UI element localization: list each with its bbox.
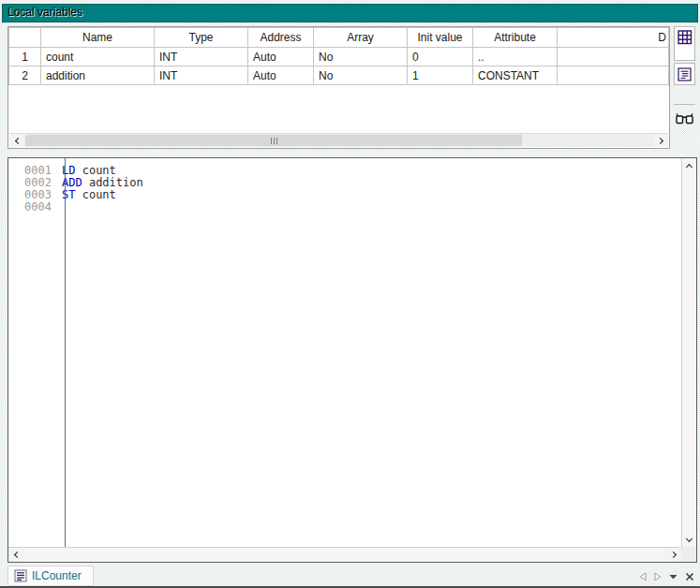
col-header-type[interactable]: Type: [155, 28, 248, 48]
attribute-cell[interactable]: ..: [473, 48, 558, 66]
code-line: 0004: [8, 201, 681, 213]
scrollbar-corner: [681, 547, 696, 562]
tab-navigation: [639, 568, 694, 585]
il-code-editor: 0001 LD count 0002 ADD addition 0003 ST …: [7, 157, 697, 563]
chevron-up-icon: [686, 163, 693, 169]
toolbar-divider: [674, 104, 695, 105]
local-variables-table: Name Type Address Array Init value Attri…: [8, 27, 669, 85]
description-cell[interactable]: [558, 66, 669, 85]
col-header-rownum[interactable]: [9, 28, 41, 48]
editor-horizontal-scrollbar[interactable]: [8, 547, 681, 562]
code-line: 0003 ST count: [8, 189, 681, 201]
document-view-button[interactable]: [674, 63, 695, 85]
close-icon: [685, 572, 694, 581]
operand: addition: [82, 176, 143, 189]
col-header-description-clipped[interactable]: D: [558, 28, 669, 48]
editor-text-area[interactable]: 0001 LD count 0002 ADD addition 0003 ST …: [8, 158, 681, 547]
code-text[interactable]: [58, 201, 62, 213]
name-cell[interactable]: addition: [41, 66, 155, 85]
chevron-left-icon: [14, 137, 21, 143]
init-value-cell[interactable]: 1: [408, 66, 473, 85]
table-row: 2 addition INT Auto No 1 CONSTANT: [9, 66, 669, 85]
type-cell[interactable]: INT: [155, 48, 248, 66]
prev-tab-button[interactable]: [639, 572, 647, 581]
scrollbar-thumb[interactable]: [25, 135, 522, 146]
scroll-down-button[interactable]: [682, 533, 696, 547]
description-cell[interactable]: [558, 48, 669, 66]
attribute-cell[interactable]: CONSTANT: [473, 66, 558, 85]
array-cell[interactable]: No: [314, 48, 408, 66]
col-header-init-value[interactable]: Init value: [408, 28, 473, 48]
chevron-right-icon: [656, 137, 663, 143]
tab-label: ILCounter: [32, 569, 82, 582]
binoculars-icon: [676, 112, 693, 125]
code-text[interactable]: ST count: [58, 189, 116, 201]
table-row: 1 count INT Auto No 0 ..: [9, 48, 669, 66]
scroll-right-button[interactable]: [666, 548, 681, 562]
row-number-cell[interactable]: 1: [9, 48, 41, 66]
scroll-left-button[interactable]: [8, 548, 23, 562]
close-tab-button[interactable]: [685, 572, 694, 581]
scroll-left-button[interactable]: [9, 134, 24, 147]
line-number: 0004: [8, 201, 58, 213]
type-cell[interactable]: INT: [155, 66, 248, 85]
operand: count: [75, 188, 115, 201]
col-header-name[interactable]: Name: [41, 28, 155, 48]
triangle-left-icon: [639, 572, 647, 581]
array-cell[interactable]: No: [314, 66, 408, 85]
tab-list-dropdown-button[interactable]: [669, 574, 678, 580]
scroll-up-button[interactable]: [682, 158, 696, 172]
grip-icon: [276, 138, 277, 144]
col-header-address[interactable]: Address: [248, 28, 314, 48]
triangle-right-icon: [654, 572, 662, 581]
chevron-left-icon: [13, 551, 20, 558]
program-list-icon: [14, 569, 27, 582]
tab-ilcounter[interactable]: ILCounter: [7, 566, 94, 586]
local-variables-panel: Name Type Address Array Init value Attri…: [7, 26, 670, 149]
address-cell[interactable]: Auto: [248, 48, 314, 66]
document-icon: [678, 67, 692, 81]
table-header-row: Name Type Address Array Init value Attri…: [9, 28, 669, 48]
editor-vertical-scrollbar[interactable]: [681, 158, 696, 547]
chevron-right-icon: [669, 551, 676, 558]
address-cell[interactable]: Auto: [248, 66, 314, 85]
pane-title: Local variables: [2, 4, 698, 22]
grip-icon: [274, 138, 275, 144]
side-toolbar: [674, 26, 695, 149]
row-number-cell[interactable]: 2: [9, 66, 41, 85]
grid-view-button[interactable]: [674, 26, 695, 61]
col-header-array[interactable]: Array: [314, 28, 408, 48]
chevron-down-icon: [686, 535, 693, 541]
triangle-down-icon: [669, 574, 678, 580]
init-value-cell[interactable]: 0: [408, 48, 473, 66]
grip-icon: [271, 138, 272, 144]
table-horizontal-scrollbar[interactable]: [9, 133, 668, 147]
local-variables-window: Local variables Name Type Address Array …: [0, 0, 700, 588]
name-cell[interactable]: count: [41, 48, 155, 66]
next-tab-button[interactable]: [654, 572, 662, 581]
document-tab-bar: ILCounter: [0, 566, 700, 586]
col-header-attribute[interactable]: Attribute: [473, 28, 558, 48]
gutter-separator: [65, 158, 66, 547]
grid-icon: [678, 30, 693, 45]
operand: count: [75, 164, 115, 177]
find-button[interactable]: [674, 107, 695, 129]
scroll-right-button[interactable]: [653, 134, 668, 147]
